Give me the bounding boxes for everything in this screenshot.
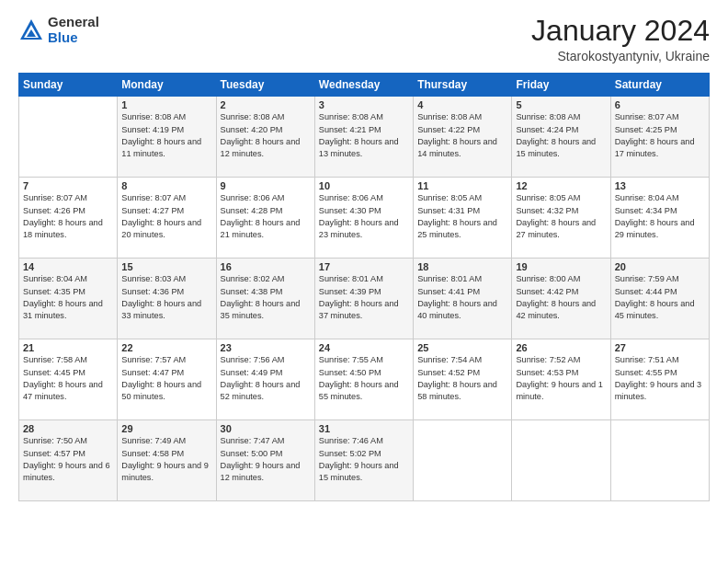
- day-info: Sunrise: 7:47 AMSunset: 5:00 PMDaylight:…: [221, 435, 311, 484]
- logo-general-text: General: [48, 15, 99, 30]
- day-number: 12: [516, 180, 606, 191]
- logo: General Blue: [18, 15, 99, 45]
- page: General Blue January 2024 Starokostyanty…: [0, 0, 728, 563]
- day-info: Sunrise: 7:57 AMSunset: 4:47 PMDaylight:…: [121, 354, 211, 403]
- calendar-cell: 9Sunrise: 8:06 AMSunset: 4:28 PMDaylight…: [216, 178, 314, 259]
- day-info: Sunrise: 8:08 AMSunset: 4:22 PMDaylight:…: [417, 111, 507, 160]
- day-info: Sunrise: 7:54 AMSunset: 4:52 PMDaylight:…: [417, 354, 507, 403]
- day-number: 29: [121, 423, 211, 434]
- day-number: 7: [23, 180, 113, 191]
- calendar-week-1: 1Sunrise: 8:08 AMSunset: 4:19 PMDaylight…: [19, 97, 710, 178]
- header: General Blue January 2024 Starokostyanty…: [18, 15, 710, 63]
- calendar-cell: 18Sunrise: 8:01 AMSunset: 4:41 PMDayligh…: [414, 259, 512, 339]
- day-info: Sunrise: 8:03 AMSunset: 4:36 PMDaylight:…: [121, 273, 211, 322]
- day-number: 8: [121, 180, 211, 191]
- title-block: January 2024 Starokostyantyniv, Ukraine: [531, 15, 710, 63]
- day-number: 19: [516, 261, 606, 272]
- location-subtitle: Starokostyantyniv, Ukraine: [531, 49, 710, 63]
- calendar-cell: 8Sunrise: 8:07 AMSunset: 4:27 PMDaylight…: [118, 178, 216, 259]
- day-number: 26: [516, 342, 606, 353]
- calendar-cell: [19, 97, 118, 178]
- day-info: Sunrise: 8:08 AMSunset: 4:19 PMDaylight:…: [121, 111, 211, 160]
- calendar-cell: 25Sunrise: 7:54 AMSunset: 4:52 PMDayligh…: [414, 339, 512, 420]
- calendar-cell: [414, 420, 512, 501]
- day-number: 20: [615, 261, 705, 272]
- logo-blue-text: Blue: [48, 30, 99, 46]
- weekday-header-sunday: Sunday: [19, 74, 118, 97]
- calendar-cell: 15Sunrise: 8:03 AMSunset: 4:36 PMDayligh…: [118, 259, 216, 339]
- day-number: 18: [417, 261, 507, 272]
- day-number: 3: [319, 99, 409, 110]
- weekday-header-row: SundayMondayTuesdayWednesdayThursdayFrid…: [19, 74, 710, 97]
- day-info: Sunrise: 8:08 AMSunset: 4:21 PMDaylight:…: [319, 111, 409, 160]
- day-number: 16: [221, 261, 311, 272]
- weekday-header-thursday: Thursday: [414, 74, 512, 97]
- calendar-cell: 2Sunrise: 8:08 AMSunset: 4:20 PMDaylight…: [216, 97, 314, 178]
- day-info: Sunrise: 7:56 AMSunset: 4:49 PMDaylight:…: [221, 354, 311, 403]
- day-info: Sunrise: 8:02 AMSunset: 4:38 PMDaylight:…: [221, 273, 311, 322]
- calendar-cell: 23Sunrise: 7:56 AMSunset: 4:49 PMDayligh…: [216, 339, 314, 420]
- day-number: 23: [221, 342, 311, 353]
- calendar-cell: 27Sunrise: 7:51 AMSunset: 4:55 PMDayligh…: [610, 339, 709, 420]
- calendar-cell: 7Sunrise: 8:07 AMSunset: 4:26 PMDaylight…: [19, 178, 118, 259]
- day-number: 24: [319, 342, 409, 353]
- calendar-cell: 5Sunrise: 8:08 AMSunset: 4:24 PMDaylight…: [512, 97, 610, 178]
- day-number: 14: [23, 261, 113, 272]
- day-number: 21: [23, 342, 113, 353]
- day-number: 17: [319, 261, 409, 272]
- day-number: 10: [319, 180, 409, 191]
- calendar-header: SundayMondayTuesdayWednesdayThursdayFrid…: [19, 74, 710, 97]
- day-info: Sunrise: 8:00 AMSunset: 4:42 PMDaylight:…: [516, 273, 606, 322]
- weekday-header-saturday: Saturday: [610, 74, 709, 97]
- calendar-cell: 10Sunrise: 8:06 AMSunset: 4:30 PMDayligh…: [314, 178, 413, 259]
- weekday-header-wednesday: Wednesday: [314, 74, 413, 97]
- day-info: Sunrise: 7:58 AMSunset: 4:45 PMDaylight:…: [23, 354, 113, 403]
- day-number: 30: [221, 423, 311, 434]
- calendar-cell: 30Sunrise: 7:47 AMSunset: 5:00 PMDayligh…: [216, 420, 314, 501]
- day-info: Sunrise: 8:05 AMSunset: 4:31 PMDaylight:…: [417, 192, 507, 241]
- day-number: 15: [121, 261, 211, 272]
- day-info: Sunrise: 8:06 AMSunset: 4:28 PMDaylight:…: [221, 192, 311, 241]
- calendar-cell: 19Sunrise: 8:00 AMSunset: 4:42 PMDayligh…: [512, 259, 610, 339]
- day-info: Sunrise: 7:49 AMSunset: 4:58 PMDaylight:…: [121, 435, 211, 484]
- day-info: Sunrise: 8:08 AMSunset: 4:24 PMDaylight:…: [516, 111, 606, 160]
- day-number: 22: [121, 342, 211, 353]
- calendar-body: 1Sunrise: 8:08 AMSunset: 4:19 PMDaylight…: [19, 97, 710, 501]
- day-info: Sunrise: 8:07 AMSunset: 4:26 PMDaylight:…: [23, 192, 113, 241]
- calendar-cell: 12Sunrise: 8:05 AMSunset: 4:32 PMDayligh…: [512, 178, 610, 259]
- calendar-cell: 24Sunrise: 7:55 AMSunset: 4:50 PMDayligh…: [314, 339, 413, 420]
- calendar-cell: 22Sunrise: 7:57 AMSunset: 4:47 PMDayligh…: [118, 339, 216, 420]
- day-info: Sunrise: 8:04 AMSunset: 4:34 PMDaylight:…: [615, 192, 705, 241]
- calendar-week-2: 7Sunrise: 8:07 AMSunset: 4:26 PMDaylight…: [19, 178, 710, 259]
- calendar-cell: 16Sunrise: 8:02 AMSunset: 4:38 PMDayligh…: [216, 259, 314, 339]
- day-number: 5: [516, 99, 606, 110]
- day-info: Sunrise: 8:01 AMSunset: 4:41 PMDaylight:…: [417, 273, 507, 322]
- day-info: Sunrise: 8:08 AMSunset: 4:20 PMDaylight:…: [221, 111, 311, 160]
- calendar-week-3: 14Sunrise: 8:04 AMSunset: 4:35 PMDayligh…: [19, 259, 710, 339]
- day-number: 9: [221, 180, 311, 191]
- calendar-cell: 26Sunrise: 7:52 AMSunset: 4:53 PMDayligh…: [512, 339, 610, 420]
- calendar-cell: 13Sunrise: 8:04 AMSunset: 4:34 PMDayligh…: [610, 178, 709, 259]
- day-info: Sunrise: 7:52 AMSunset: 4:53 PMDaylight:…: [516, 354, 606, 403]
- calendar-cell: [610, 420, 709, 501]
- calendar-cell: 1Sunrise: 8:08 AMSunset: 4:19 PMDaylight…: [118, 97, 216, 178]
- day-number: 2: [221, 99, 311, 110]
- day-info: Sunrise: 8:07 AMSunset: 4:27 PMDaylight:…: [121, 192, 211, 241]
- day-info: Sunrise: 8:06 AMSunset: 4:30 PMDaylight:…: [319, 192, 409, 241]
- calendar-cell: 20Sunrise: 7:59 AMSunset: 4:44 PMDayligh…: [610, 259, 709, 339]
- calendar-cell: [512, 420, 610, 501]
- day-info: Sunrise: 7:59 AMSunset: 4:44 PMDaylight:…: [615, 273, 705, 322]
- calendar-cell: 21Sunrise: 7:58 AMSunset: 4:45 PMDayligh…: [19, 339, 118, 420]
- day-info: Sunrise: 8:01 AMSunset: 4:39 PMDaylight:…: [319, 273, 409, 322]
- calendar-cell: 11Sunrise: 8:05 AMSunset: 4:31 PMDayligh…: [414, 178, 512, 259]
- day-number: 31: [319, 423, 409, 434]
- calendar-cell: 14Sunrise: 8:04 AMSunset: 4:35 PMDayligh…: [19, 259, 118, 339]
- day-number: 1: [121, 99, 211, 110]
- day-number: 28: [23, 423, 113, 434]
- day-info: Sunrise: 7:55 AMSunset: 4:50 PMDaylight:…: [319, 354, 409, 403]
- month-title: January 2024: [531, 15, 710, 47]
- logo-icon: [18, 17, 44, 43]
- calendar-week-4: 21Sunrise: 7:58 AMSunset: 4:45 PMDayligh…: [19, 339, 710, 420]
- day-number: 13: [615, 180, 705, 191]
- day-number: 27: [615, 342, 705, 353]
